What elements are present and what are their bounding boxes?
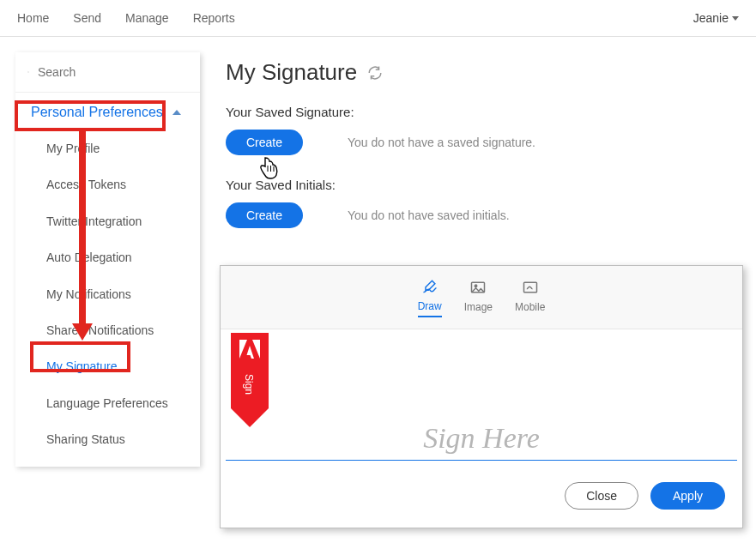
signature-panel: Draw Image Mobile Sign Sign Here Close A…: [220, 265, 743, 528]
sidebar-item-my-signature[interactable]: My Signature: [15, 348, 200, 384]
tab-image-label: Image: [464, 301, 493, 313]
sidebar-section-header[interactable]: Personal Preferences: [15, 93, 200, 130]
nav-reports[interactable]: Reports: [193, 11, 235, 25]
page-title: My Signature: [226, 59, 357, 86]
search-icon: [27, 64, 29, 80]
search-row[interactable]: [15, 52, 200, 93]
search-input[interactable]: [38, 65, 188, 79]
signature-empty-text: You do not have a saved signature.: [348, 136, 535, 149]
user-menu[interactable]: Jeanie: [693, 11, 739, 25]
initials-empty-text: You do not have saved initials.: [348, 208, 510, 222]
nav-manage[interactable]: Manage: [125, 11, 169, 25]
svg-point-0: [27, 71, 28, 72]
signature-tabs: Draw Image Mobile: [221, 266, 742, 329]
top-nav: Home Send Manage Reports Jeanie: [0, 0, 756, 37]
tab-image[interactable]: Image: [464, 279, 493, 317]
refresh-icon[interactable]: [367, 65, 383, 81]
tab-mobile[interactable]: Mobile: [515, 279, 545, 317]
signature-line: [226, 460, 737, 461]
sidebar-item-my-notifications[interactable]: My Notifications: [15, 276, 200, 312]
apply-button[interactable]: Apply: [650, 482, 725, 510]
create-signature-button[interactable]: Create: [226, 130, 303, 155]
sidebar-item-access-tokens[interactable]: Access Tokens: [15, 166, 200, 202]
create-initials-button[interactable]: Create: [226, 202, 303, 228]
tab-mobile-label: Mobile: [515, 301, 545, 313]
sidebar-item-sharing-status[interactable]: Sharing Status: [15, 421, 200, 457]
signature-heading: Your Saved Signature:: [226, 105, 730, 119]
signature-canvas[interactable]: Sign Sign Here: [221, 329, 742, 475]
chevron-up-icon: [172, 110, 181, 115]
nav-send[interactable]: Send: [73, 11, 101, 25]
sidebar: Personal Preferences My Profile Access T…: [15, 52, 200, 467]
close-button[interactable]: Close: [565, 482, 638, 510]
sidebar-item-twitter-integration[interactable]: Twitter Integration: [15, 203, 200, 239]
caret-down-icon: [732, 16, 739, 21]
sign-here-placeholder: Sign Here: [221, 329, 742, 460]
sidebar-item-auto-delegation[interactable]: Auto Delegation: [15, 239, 200, 275]
user-name: Jeanie: [693, 11, 729, 25]
tab-draw[interactable]: Draw: [418, 278, 442, 317]
initials-heading: Your Saved Initials:: [226, 178, 730, 192]
sidebar-section-label: Personal Preferences: [26, 101, 168, 124]
svg-point-6: [475, 285, 478, 287]
sidebar-item-shared-notifications[interactable]: Shared Notifications: [15, 312, 200, 348]
sidebar-item-language-preferences[interactable]: Language Preferences: [15, 385, 200, 421]
nav-home[interactable]: Home: [17, 11, 49, 25]
sidebar-item-my-profile[interactable]: My Profile: [15, 130, 200, 166]
tab-draw-label: Draw: [418, 300, 442, 312]
